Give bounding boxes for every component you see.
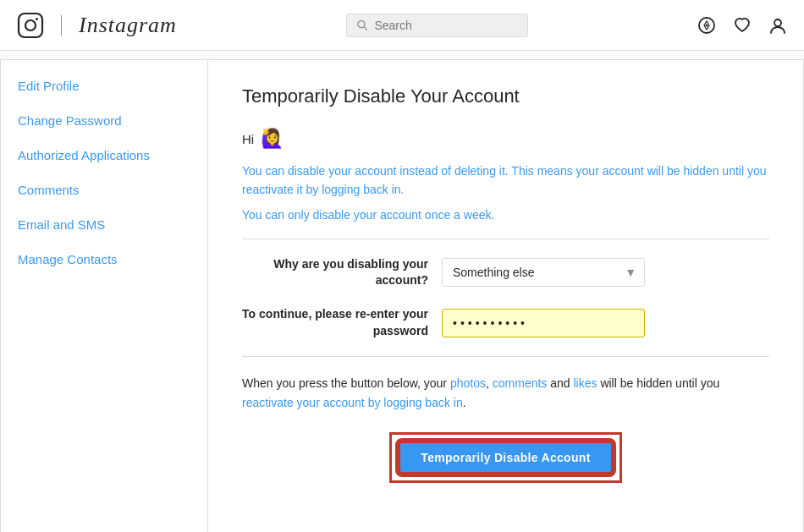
temporarily-disable-button[interactable]: Temporarily Disable Account	[399, 442, 612, 474]
sidebar: Edit Profile Change Password Authorized …	[1, 60, 208, 532]
search-box[interactable]	[346, 14, 528, 37]
divider-top	[242, 239, 769, 239]
explore-icon[interactable]	[697, 16, 716, 35]
svg-point-1	[25, 20, 36, 30]
sidebar-item-comments[interactable]: Comments	[1, 173, 207, 207]
search-area	[177, 14, 697, 37]
reason-row: Why are you disabling your account? Some…	[242, 256, 769, 289]
instagram-icon	[17, 12, 44, 39]
sidebar-item-change-password[interactable]: Change Password	[1, 103, 207, 138]
sidebar-item-authorized-apps[interactable]: Authorized Applications	[1, 138, 207, 173]
info-text: You can disable your account instead of …	[242, 162, 769, 200]
main-content: Temporarily Disable Your Account Hi 🙋‍♀️…	[208, 60, 803, 532]
password-row: To continue, please re-enter your passwo…	[242, 306, 769, 339]
search-input[interactable]	[374, 19, 517, 32]
svg-point-7	[706, 24, 708, 26]
app-header: Instagram	[0, 0, 804, 51]
bottom-info: When you press the button below, your ph…	[242, 374, 769, 412]
sidebar-item-edit-profile[interactable]: Edit Profile	[1, 69, 207, 103]
divider-bottom	[242, 356, 769, 357]
password-input[interactable]	[442, 309, 645, 337]
hi-section: Hi 🙋‍♀️	[242, 128, 769, 150]
comments-link[interactable]: comments	[493, 376, 548, 390]
svg-rect-0	[19, 14, 42, 37]
svg-point-2	[36, 18, 38, 20]
reason-control: Something else I want a break Privacy co…	[442, 258, 769, 287]
reactivate-link[interactable]: reactivate your account by logging back …	[242, 396, 463, 409]
password-control	[442, 309, 769, 337]
disable-btn-box: Temporarily Disable Account	[389, 432, 621, 483]
sidebar-item-email-sms[interactable]: Email and SMS	[1, 207, 207, 242]
search-icon	[357, 19, 367, 31]
likes-link[interactable]: likes	[573, 376, 597, 390]
page-title: Temporarily Disable Your Account	[242, 85, 769, 107]
reason-select-wrapper: Something else I want a break Privacy co…	[442, 258, 645, 287]
reason-select[interactable]: Something else I want a break Privacy co…	[442, 258, 645, 287]
hi-label: Hi	[242, 132, 254, 146]
profile-icon[interactable]	[768, 16, 787, 35]
week-warning: You can only disable your account once a…	[242, 208, 769, 222]
password-label: To continue, please re-enter your passwo…	[242, 306, 428, 339]
page-layout: Edit Profile Change Password Authorized …	[0, 59, 804, 532]
sidebar-item-manage-contacts[interactable]: Manage Contacts	[1, 242, 207, 277]
logo-area: Instagram	[17, 12, 177, 39]
svg-line-4	[364, 26, 367, 30]
header-nav	[697, 16, 787, 35]
wave-emoji: 🙋‍♀️	[261, 128, 284, 150]
heart-icon[interactable]	[733, 16, 752, 35]
app-name: Instagram	[79, 13, 177, 38]
reason-label: Why are you disabling your account?	[242, 256, 428, 289]
photos-link[interactable]: photos	[450, 376, 486, 390]
disable-btn-wrapper: Temporarily Disable Account	[242, 432, 769, 483]
logo-divider	[61, 15, 62, 36]
svg-point-8	[774, 19, 781, 26]
